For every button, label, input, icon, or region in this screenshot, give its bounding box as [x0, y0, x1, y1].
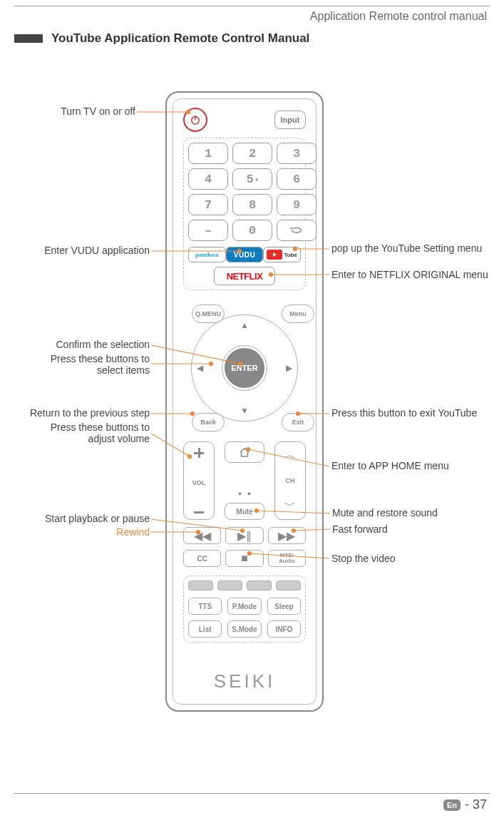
- callout-back: Return to the previous step: [4, 407, 150, 419]
- input-button[interactable]: Input: [274, 111, 306, 129]
- tts-button[interactable]: TTS: [188, 598, 222, 615]
- loop-icon: [289, 225, 304, 235]
- remote-inner: Input 1 2 3 4 5● 6 7 8 9 – 0 pandora: [173, 98, 317, 705]
- dpad: ▲ ▼ ◀ ▶ ENTER: [191, 315, 298, 421]
- callout-ff: Fast forward: [332, 523, 388, 535]
- callout-rewind: Rewind: [78, 526, 150, 538]
- volume-channel-row: VOL ● ● Mute ︿ CH ﹀: [183, 441, 306, 520]
- pandora-button[interactable]: pandora: [188, 247, 226, 262]
- dpad-left[interactable]: ◀: [197, 363, 203, 373]
- callout-vudu: Enter VUDU application: [14, 245, 150, 256]
- title-text: YouTube Application Remote Control Manua…: [51, 31, 309, 46]
- dpad-right[interactable]: ▶: [286, 363, 292, 373]
- netflix-button[interactable]: NETFLIX: [214, 267, 275, 285]
- callout-youtube: pop up the YouTube Setting menu: [331, 242, 482, 254]
- power-icon: [189, 113, 202, 126]
- dots-icon: ● ●: [238, 490, 251, 497]
- play-pause-button[interactable]: ▶∥: [225, 527, 263, 544]
- rewind-icon: ◀◀: [194, 529, 211, 543]
- vol-down-icon: [194, 511, 204, 513]
- callout-vol: Press these buttons to adjust volume: [14, 421, 150, 444]
- back-button[interactable]: Back: [192, 413, 225, 431]
- top-rule: [14, 6, 490, 6]
- chapter-header: Application Remote control manual: [0, 10, 487, 23]
- callout-stop: Stop the video: [331, 553, 396, 564]
- num-return[interactable]: [277, 220, 317, 241]
- vudu-button[interactable]: VUDU: [226, 247, 264, 262]
- num-9[interactable]: 9: [277, 194, 317, 215]
- page-number: - 37: [465, 797, 487, 812]
- home-icon: [238, 446, 251, 459]
- smode-button[interactable]: S.Mode: [227, 620, 261, 638]
- channel-rocker[interactable]: ︿ CH ﹀: [274, 441, 306, 520]
- app-row: pandora VUDU Tube: [188, 247, 301, 262]
- num-8[interactable]: 8: [232, 194, 272, 215]
- num-7[interactable]: 7: [188, 194, 228, 215]
- color-btn-red[interactable]: [188, 581, 213, 591]
- remote-outline: Input 1 2 3 4 5● 6 7 8 9 – 0 pandora: [165, 91, 324, 712]
- ch-down-icon: ﹀: [284, 499, 296, 513]
- home-button[interactable]: [225, 441, 264, 463]
- sleep-button[interactable]: Sleep: [267, 598, 301, 615]
- callout-mute: Mute and restore sound: [332, 507, 438, 518]
- power-button[interactable]: [183, 108, 207, 132]
- cc-button[interactable]: CC: [183, 550, 221, 567]
- mts-audio-button[interactable]: MTS/ Audio: [268, 550, 306, 567]
- exit-button[interactable]: Exit: [282, 413, 314, 431]
- num-6[interactable]: 6: [277, 168, 317, 190]
- page-footer: En - 37: [443, 797, 487, 812]
- stop-button[interactable]: ■: [225, 550, 263, 567]
- color-btn-blue[interactable]: [276, 581, 301, 591]
- ch-up-icon: ︿: [284, 448, 296, 463]
- num-1[interactable]: 1: [188, 143, 228, 164]
- mute-button[interactable]: Mute: [225, 503, 264, 520]
- num-5[interactable]: 5●: [232, 168, 272, 190]
- color-btn-green[interactable]: [217, 581, 242, 591]
- volume-rocker[interactable]: VOL: [183, 441, 215, 520]
- callout-arrows: Press these buttons to select items: [14, 353, 150, 376]
- brand-logo: SEIKI: [173, 670, 316, 692]
- fast-forward-button[interactable]: ▶▶: [268, 527, 306, 544]
- num-dash[interactable]: –: [188, 220, 228, 241]
- footer-rule: [14, 793, 490, 794]
- youtube-label: Tube: [284, 252, 297, 258]
- play-pause-icon: ▶∥: [237, 529, 252, 543]
- stop-icon: ■: [241, 552, 248, 565]
- num-2[interactable]: 2: [232, 143, 272, 164]
- num-3[interactable]: 3: [277, 143, 317, 164]
- youtube-play-icon: [267, 250, 282, 260]
- vol-up-icon: [194, 448, 204, 454]
- color-btn-yellow[interactable]: [247, 581, 272, 591]
- list-button[interactable]: List: [188, 620, 222, 638]
- num-0[interactable]: 0: [232, 220, 272, 241]
- callout-play: Start playback or pause: [11, 513, 150, 524]
- info-button[interactable]: INFO: [267, 620, 301, 638]
- callout-exit: Press this button to exit YouTube: [331, 407, 477, 419]
- enter-button[interactable]: ENTER: [222, 346, 267, 390]
- title-bar-icon: [14, 34, 43, 43]
- callout-home: Enter to APP HOME menu: [331, 460, 449, 471]
- rewind-button[interactable]: ◀◀: [183, 527, 221, 544]
- callout-netflix: Enter to NETFLIX ORIGINAL menu: [331, 269, 488, 280]
- dpad-up[interactable]: ▲: [240, 320, 249, 330]
- fast-forward-icon: ▶▶: [278, 529, 295, 543]
- pmode-button[interactable]: P.Mode: [227, 598, 261, 615]
- number-pad: 1 2 3 4 5● 6 7 8 9 – 0: [188, 143, 301, 241]
- section-title: YouTube Application Remote Control Manua…: [14, 31, 490, 46]
- num-4[interactable]: 4: [188, 168, 228, 190]
- color-button-row: [188, 581, 301, 591]
- lang-badge: En: [443, 799, 461, 811]
- callout-enter: Confirm the selection: [14, 339, 150, 350]
- ch-label: CH: [286, 477, 295, 484]
- vol-label: VOL: [192, 479, 206, 486]
- callout-power: Turn TV on or off: [14, 106, 135, 117]
- youtube-button[interactable]: Tube: [263, 247, 301, 262]
